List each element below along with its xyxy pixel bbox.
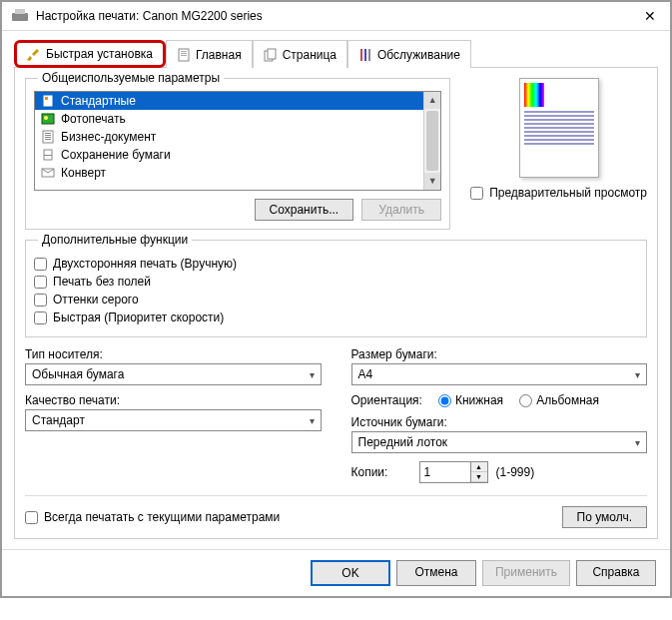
- svg-rect-1: [181, 51, 187, 52]
- duplex-checkbox[interactable]: Двухсторонняя печать (Вручную): [34, 257, 638, 271]
- tab-label: Быстрая установка: [46, 47, 153, 61]
- svg-rect-5: [268, 49, 276, 59]
- svg-rect-14: [45, 133, 51, 134]
- preview-checkbox-input[interactable]: [470, 187, 483, 200]
- svg-point-12: [44, 116, 48, 120]
- portrait-radio[interactable]: Книжная: [438, 393, 503, 407]
- svg-rect-8: [368, 49, 370, 61]
- svg-rect-3: [181, 55, 187, 56]
- fast-checkbox[interactable]: Быстрая (Приоритет скорости): [34, 310, 638, 324]
- paper-source-select[interactable]: Передний лоток: [351, 431, 648, 453]
- tab-service[interactable]: Обслуживание: [347, 40, 471, 68]
- preview-checkbox-label: Предварительный просмотр: [489, 186, 647, 200]
- preset-label: Бизнес-документ: [61, 130, 156, 144]
- preset-photo[interactable]: Фотопечать: [35, 110, 423, 128]
- close-icon[interactable]: ✕: [640, 8, 660, 24]
- help-button[interactable]: Справка: [576, 560, 656, 586]
- envelope-icon: [41, 166, 55, 180]
- presets-listbox[interactable]: Стандартные Фотопечать Бизнес-документ: [34, 91, 441, 191]
- scroll-up-icon[interactable]: ▲: [424, 92, 440, 109]
- presets-legend: Общеиспользуемые параметры: [38, 71, 224, 85]
- extra-legend: Дополнительные функции: [38, 233, 192, 247]
- print-preview: [519, 78, 599, 178]
- copies-input[interactable]: [420, 462, 470, 482]
- copies-range: (1-999): [496, 465, 535, 479]
- scroll-thumb[interactable]: [426, 111, 438, 171]
- tab-main[interactable]: Главная: [166, 40, 253, 68]
- wrench-icon: [27, 47, 41, 61]
- media-type-select[interactable]: Обычная бумага: [25, 363, 322, 385]
- borderless-checkbox[interactable]: Печать без полей: [34, 275, 638, 289]
- titlebar: Настройка печати: Canon MG2200 series ✕: [2, 2, 670, 31]
- svg-rect-16: [45, 137, 51, 138]
- tab-content: Общеиспользуемые параметры Стандартные: [14, 67, 658, 539]
- tab-label: Страница: [283, 48, 336, 62]
- tab-page[interactable]: Страница: [253, 40, 347, 68]
- presets-fieldset: Общеиспользуемые параметры Стандартные: [25, 78, 450, 230]
- document-icon: [177, 48, 191, 62]
- save-preset-button[interactable]: Сохранить...: [255, 199, 354, 221]
- media-type-label: Тип носителя:: [25, 347, 322, 361]
- spinner-down-icon[interactable]: ▼: [471, 472, 487, 482]
- tab-quick-setup[interactable]: Быстрая установка: [14, 40, 166, 68]
- paper-size-select[interactable]: A4: [351, 363, 648, 385]
- window-title: Настройка печати: Canon MG2200 series: [36, 9, 640, 23]
- page-icon: [41, 94, 55, 108]
- quality-label: Качество печати:: [25, 393, 322, 407]
- svg-rect-19: [44, 155, 52, 156]
- landscape-radio[interactable]: Альбомная: [519, 393, 599, 407]
- tools-icon: [358, 48, 372, 62]
- preset-label: Фотопечать: [61, 112, 126, 126]
- preset-label: Конверт: [61, 166, 106, 180]
- tab-bar: Быстрая установка Главная Страница Обслу…: [2, 31, 670, 67]
- save-paper-icon: [41, 148, 55, 162]
- apply-button: Применить: [482, 560, 570, 586]
- printer-icon: [12, 9, 28, 23]
- preview-checkbox[interactable]: Предварительный просмотр: [470, 186, 647, 200]
- always-current-checkbox[interactable]: Всегда печатать с текущими параметрами: [25, 510, 280, 524]
- paper-source-label: Источник бумаги:: [351, 415, 648, 429]
- doc-lines-icon: [41, 130, 55, 144]
- scroll-down-icon[interactable]: ▼: [424, 173, 440, 190]
- print-settings-dialog: Настройка печати: Canon MG2200 series ✕ …: [0, 0, 672, 598]
- orientation-label: Ориентация:: [351, 393, 422, 407]
- quality-select[interactable]: Стандарт: [25, 409, 322, 431]
- extra-fieldset: Дополнительные функции Двухсторонняя печ…: [25, 240, 647, 337]
- tab-label: Обслуживание: [377, 48, 460, 62]
- grayscale-checkbox[interactable]: Оттенки серого: [34, 293, 638, 307]
- photo-icon: [41, 112, 55, 126]
- svg-rect-17: [45, 139, 51, 140]
- paper-size-label: Размер бумаги:: [351, 347, 648, 361]
- copies-spinner[interactable]: ▲ ▼: [419, 461, 488, 483]
- pages-icon: [264, 48, 278, 62]
- preset-label: Стандартные: [61, 94, 136, 108]
- listbox-scrollbar[interactable]: ▲ ▼: [423, 92, 440, 190]
- tab-label: Главная: [196, 48, 242, 62]
- dialog-buttons: OK Отмена Применить Справка: [2, 549, 670, 596]
- svg-rect-7: [364, 49, 366, 61]
- ok-button[interactable]: OK: [311, 560, 390, 586]
- svg-rect-15: [45, 135, 51, 136]
- spinner-up-icon[interactable]: ▲: [471, 462, 487, 472]
- svg-rect-9: [43, 95, 53, 107]
- cancel-button[interactable]: Отмена: [396, 560, 476, 586]
- preset-standard[interactable]: Стандартные: [35, 92, 423, 110]
- svg-rect-6: [360, 49, 362, 61]
- svg-rect-10: [45, 97, 48, 100]
- svg-rect-11: [42, 114, 54, 124]
- delete-preset-button: Удалить: [361, 199, 441, 221]
- preset-label: Сохранение бумаги: [61, 148, 171, 162]
- preset-envelope[interactable]: Конверт: [35, 164, 423, 182]
- defaults-button[interactable]: По умолч.: [562, 506, 647, 528]
- copies-label: Копии:: [351, 465, 411, 479]
- preset-papersave[interactable]: Сохранение бумаги: [35, 146, 423, 164]
- preset-business[interactable]: Бизнес-документ: [35, 128, 423, 146]
- svg-rect-2: [181, 53, 187, 54]
